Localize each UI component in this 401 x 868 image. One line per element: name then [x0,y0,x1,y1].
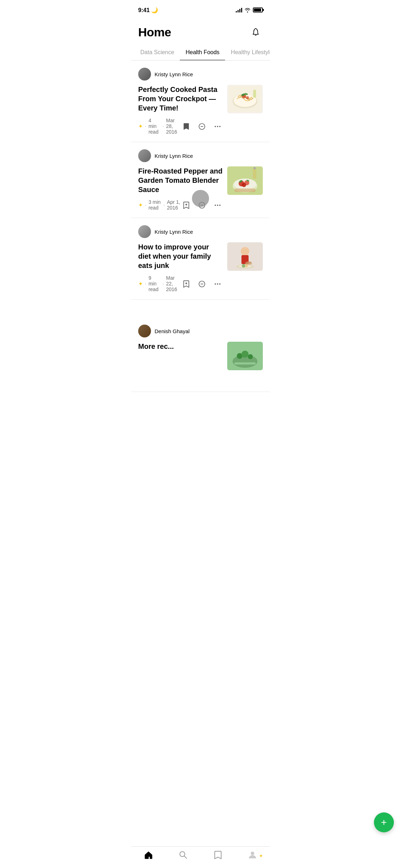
svg-rect-12 [253,90,256,98]
meta-dot: · [162,123,164,129]
more-button[interactable] [212,200,223,211]
article-text: Fire-Roasted Pepper and Garden Tomato Bl… [138,166,223,211]
more-button[interactable] [212,279,223,289]
bookmark-button[interactable] [181,121,192,132]
article-item: Denish Ghayal More rec... [131,317,270,392]
minus-circle-icon [198,123,206,130]
status-time: 9:41 🌙 [138,7,158,14]
article-thumbnail [227,85,263,113]
bookmark-add-icon [182,280,190,288]
read-time: 4 min read [149,118,160,135]
bookmark-button[interactable] [181,279,192,289]
meta-dot: · [162,281,164,286]
meta-dot: · [163,202,165,208]
meta-dot: · [145,202,146,208]
svg-point-18 [217,205,218,206]
notification-button[interactable] [249,25,263,39]
featured-star-icon: ✦ [138,123,143,130]
bell-icon [251,27,260,37]
article-content: More rec... [138,342,263,370]
article-text: How to improve your diet when your famil… [138,242,223,292]
tab-healthy-lifestyle[interactable]: Healthy Lifestyle [225,45,270,61]
more-button[interactable] [212,121,223,132]
article-actions [181,279,223,289]
tab-health-foods[interactable]: Health Foods [180,45,225,61]
svg-rect-28 [234,188,256,192]
bookmark-add-icon [182,201,190,209]
bookmark-button[interactable] [181,200,192,211]
more-icon [214,280,222,288]
author-name: Kristy Lynn Rice [155,229,193,235]
article-thumbnail [227,342,263,370]
read-time: 3 min read [149,199,161,211]
author-row: Kristy Lynn Rice [138,149,263,162]
avatar [138,325,151,337]
meta-dot: · [145,281,146,286]
header: Home [131,18,270,45]
svg-point-35 [215,283,216,285]
signal-icon [236,7,242,12]
article-date: Apr 1, 2016 [167,199,181,211]
more-icon [214,123,222,130]
article-title[interactable]: More rec... [138,342,223,351]
author-name: Denish Ghayal [155,328,189,334]
svg-point-17 [215,205,216,206]
hide-button[interactable] [197,279,207,289]
wifi-icon [244,7,251,12]
meta-actions-row: ✦ · 9 min read · Mar 22, 2016 [138,275,223,292]
read-time: 9 min read [149,275,160,292]
more-icon [214,201,222,209]
bookmark-filled-icon [182,123,190,130]
svg-rect-29 [253,168,256,179]
loading-area [131,300,270,307]
tab-data-science[interactable]: Data Science [135,45,180,61]
article-content: Perfectly Cooked Pasta From Your Crockpo… [138,85,263,135]
svg-point-51 [248,354,253,359]
fourth-thumbnail-image [227,342,263,370]
author-row: Denish Ghayal [138,325,263,337]
hide-button[interactable] [197,121,207,132]
article-title[interactable]: Perfectly Cooked Pasta From Your Crockpo… [138,85,223,113]
meta-left: ✦ · 4 min read · Mar 28, 2016 [138,118,181,135]
avatar [138,149,151,162]
featured-star-icon: ✦ [138,202,143,208]
meta-left: ✦ · 3 min read · Apr 1, 2016 [138,199,181,211]
author-row: Kristy Lynn Rice [138,225,263,238]
featured-star-icon: ✦ [138,280,143,287]
article-date: Mar 28, 2016 [166,118,181,135]
article-text: Perfectly Cooked Pasta From Your Crockpo… [138,85,223,135]
article-text: More rec... [138,342,223,356]
svg-point-4 [219,126,221,127]
svg-point-36 [217,283,218,285]
avatar [138,225,151,238]
loading-spinner [192,190,209,207]
status-icons [236,7,263,12]
battery-icon [253,7,263,12]
article-date: Mar 22, 2016 [166,275,181,292]
article-item: Kristy Lynn Rice Perfectly Cooked Pasta … [131,61,270,142]
svg-rect-30 [254,167,256,169]
articles-list: Kristy Lynn Rice Perfectly Cooked Pasta … [131,61,270,392]
svg-point-19 [219,205,221,206]
svg-point-50 [241,351,249,358]
article-title[interactable]: Fire-Roasted Pepper and Garden Tomato Bl… [138,166,223,194]
meta-dot: · [145,123,146,129]
svg-point-2 [215,126,216,127]
family-thumbnail-image [227,242,263,271]
pasta-thumbnail-image [229,86,261,112]
article-actions [181,121,223,132]
svg-point-37 [219,283,221,285]
svg-point-43 [242,264,245,268]
article-title[interactable]: How to improve your diet when your famil… [138,242,223,270]
svg-rect-52 [234,362,256,365]
author-name: Kristy Lynn Rice [155,71,193,77]
page-title: Home [138,25,171,39]
svg-point-3 [217,126,218,127]
article-thumbnail [227,242,263,271]
svg-point-9 [246,96,249,99]
meta-left: ✦ · 9 min read · Mar 22, 2016 [138,275,181,292]
author-row: Kristy Lynn Rice [138,68,263,81]
meta-actions-row: ✦ · 4 min read · Mar 28, 2016 [138,118,223,135]
meta-actions-row: ✦ · 3 min read · Apr 1, 2016 [138,199,223,211]
tabs-container: Data Science Health Foods Healthy Lifest… [131,45,270,61]
